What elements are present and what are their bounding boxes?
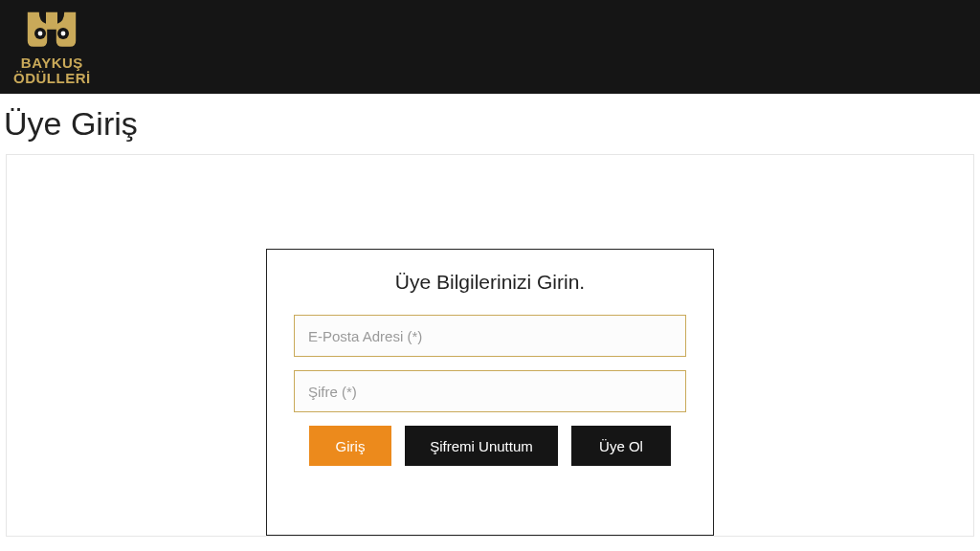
signup-button[interactable]: Üye Ol [571, 426, 671, 466]
page-title: Üye Giriş [0, 94, 980, 150]
svg-point-1 [38, 32, 43, 36]
login-form: Üye Bilgilerinizi Girin. Giriş Şifremi U… [266, 249, 714, 536]
brand-line2: ÖDÜLLERİ [13, 71, 91, 86]
button-row: Giriş Şifremi Unuttum Üye Ol [294, 426, 686, 466]
content-panel: Üye Bilgilerinizi Girin. Giriş Şifremi U… [6, 154, 974, 537]
brand-logo[interactable]: BAYKUŞ ÖDÜLLERİ [13, 8, 91, 86]
site-header: BAYKUŞ ÖDÜLLERİ [0, 0, 980, 94]
svg-point-3 [61, 32, 66, 36]
email-field[interactable] [294, 315, 686, 357]
owl-icon [23, 8, 80, 54]
brand-line1: BAYKUŞ [13, 55, 91, 71]
brand-text: BAYKUŞ ÖDÜLLERİ [13, 55, 91, 86]
login-button[interactable]: Giriş [309, 426, 391, 466]
login-heading: Üye Bilgilerinizi Girin. [294, 271, 686, 294]
password-field[interactable] [294, 370, 686, 412]
forgot-password-button[interactable]: Şifremi Unuttum [405, 426, 558, 466]
